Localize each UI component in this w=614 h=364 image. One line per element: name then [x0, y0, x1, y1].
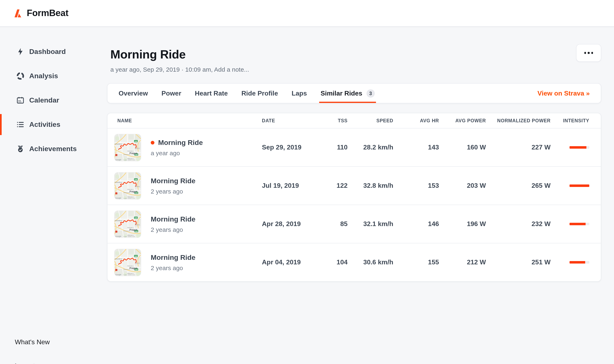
sidebar-item-analysis[interactable]: Analysis [0, 64, 107, 88]
ride-name-cell: E65 E65 uchoměřice PRAGUE PRAGUE 1 Pragu… [107, 134, 262, 161]
svg-text:E65: E65 [135, 179, 137, 180]
whats-new-link[interactable]: What's New [15, 338, 50, 346]
ride-avg-hr: 153 [393, 182, 439, 189]
sidebar-item-achievements[interactable]: Achievements [0, 137, 107, 161]
svg-text:E65: E65 [135, 255, 137, 257]
col-tss: TSS [315, 118, 348, 123]
col-avg-hr: AVG HR [393, 118, 439, 123]
col-intensity: INTENSITY [550, 118, 601, 123]
ride-date: Apr 04, 2019 [262, 259, 315, 266]
ride-name-cell: E65 E65 uchoměřice PRAGUE PRAGUE 1 Pragu… [107, 249, 262, 276]
tab-power[interactable]: Power [161, 84, 181, 103]
ride-title: Morning Ride [151, 215, 196, 223]
svg-text:E65: E65 [135, 217, 137, 219]
sidebar: Dashboard Analysis [0, 26, 107, 364]
map-attribution: GeoBasis-DE/BKG (©200 [123, 159, 135, 160]
lightning-icon [16, 47, 25, 56]
formbeat-logo-icon [13, 8, 23, 18]
map-thumbnail: E65 E65 uchoměřice PRAGUE PRAGUE 1 Pragu… [115, 172, 141, 199]
table-row[interactable]: E65 E65 uchoměřice PRAGUE PRAGUE 1 Pragu… [107, 243, 601, 281]
activity-meta: a year ago, Sep 29, 2019 · 10:09 am, Add… [110, 66, 249, 73]
map-label: PRAGUE 5 [124, 154, 130, 155]
map-thumbnail: E65 E65 uchoměřice PRAGUE PRAGUE 1 Pragu… [115, 134, 141, 161]
ride-avg-hr: 155 [393, 259, 439, 266]
ride-speed: 28.2 km/h [348, 144, 393, 151]
sidebar-item-calendar[interactable]: Calendar [0, 88, 107, 112]
ride-date: Sep 29, 2019 [262, 144, 315, 151]
tab-laps[interactable]: Laps [292, 84, 307, 103]
intensity-bar [570, 223, 589, 225]
ride-speed: 30.6 km/h [348, 259, 393, 266]
similar-rides-table: NAME DATE TSS SPEED AVG HR AVG POWER NOR… [107, 113, 601, 282]
current-ride-dot [151, 141, 155, 144]
col-name: NAME [107, 118, 262, 123]
ride-title: Morning Ride [158, 139, 203, 147]
ellipsis-icon [584, 52, 586, 54]
top-bar: FormBeat [0, 0, 614, 27]
col-date: DATE [262, 118, 315, 123]
ride-name-cell: E65 E65 uchoměřice PRAGUE PRAGUE 1 Pragu… [107, 211, 262, 237]
map-label: Prague [130, 152, 137, 154]
svg-text:E65: E65 [135, 140, 137, 142]
ride-normalized-power: 251 W [486, 259, 550, 266]
map-attribution: GeoBasis-DE/BKG (©200 [123, 236, 135, 237]
ride-avg-power: 203 W [439, 182, 486, 189]
list-icon [16, 120, 25, 129]
page-title: Morning Ride [110, 48, 186, 61]
table-row[interactable]: E65 E65 uchoměřice PRAGUE PRAGUE 1 Pragu… [107, 166, 601, 205]
sidebar-item-dashboard[interactable]: Dashboard [0, 39, 107, 64]
ride-speed: 32.1 km/h [348, 220, 393, 228]
sidebar-item-activities[interactable]: Activities [0, 112, 107, 137]
table-header-row: NAME DATE TSS SPEED AVG HR AVG POWER NOR… [107, 113, 601, 129]
ride-tss: 110 [315, 144, 348, 151]
col-speed: SPEED [348, 118, 393, 123]
donut-chart-icon [16, 71, 25, 80]
medal-icon [16, 144, 25, 153]
add-note-link[interactable]: Add a note... [214, 66, 249, 73]
map-label: PRAGUE [135, 186, 140, 187]
map-label: PRAGUE [135, 147, 140, 149]
table-row[interactable]: E65 E65 uchoměřice PRAGUE PRAGUE 1 Pragu… [107, 205, 601, 243]
ride-avg-hr: 146 [393, 220, 439, 228]
main-content: Morning Ride a year ago, Sep 29, 2019 · … [107, 26, 601, 83]
table-row[interactable]: E65 E65 uchoměřice PRAGUE PRAGUE 1 Pragu… [107, 129, 601, 166]
ride-date: Jul 19, 2019 [262, 182, 315, 189]
brand-logo[interactable]: FormBeat [13, 8, 68, 19]
ride-date: Apr 28, 2019 [262, 220, 315, 228]
map-label: PRAGUE 1 [127, 189, 134, 190]
ride-normalized-power: 227 W [486, 144, 550, 151]
ride-intensity-cell [550, 184, 601, 187]
ride-tss: 122 [315, 182, 348, 189]
more-options-button[interactable] [576, 44, 601, 62]
tab-overview[interactable]: Overview [118, 84, 148, 103]
col-avg-power: AVG POWER [439, 118, 486, 123]
map-label: PRAGUE [135, 262, 140, 263]
logout-link[interactable]: Logout [15, 362, 35, 364]
map-label: uchoměřice [115, 258, 122, 260]
calendar-icon [16, 96, 25, 105]
google-logo: Google [115, 235, 121, 237]
tab-similar-rides[interactable]: Similar Rides 3 [321, 84, 375, 103]
activity-date-meta: a year ago, Sep 29, 2019 · 10:09 am, [110, 66, 213, 73]
tab-ride-profile[interactable]: Ride Profile [241, 84, 278, 103]
map-attribution: GeoBasis-DE/BKG (©200 [123, 197, 135, 199]
ride-intensity-cell [550, 261, 601, 263]
ride-tss: 104 [315, 259, 348, 266]
view-on-strava-link[interactable]: View on Strava » [537, 84, 601, 103]
google-logo: Google [115, 197, 121, 199]
ride-intensity-cell [550, 146, 601, 149]
tab-heart-rate[interactable]: Heart Rate [195, 84, 228, 103]
map-label: PRAGUE [135, 224, 140, 225]
google-logo: Google [115, 273, 121, 275]
intensity-bar [570, 261, 589, 263]
ride-name-cell: E65 E65 uchoměřice PRAGUE PRAGUE 1 Pragu… [107, 172, 262, 199]
ride-title: Morning Ride [151, 177, 196, 185]
intensity-bar [570, 184, 589, 187]
ride-intensity-cell [550, 223, 601, 225]
ride-tss: 85 [315, 220, 348, 228]
app-window: FormBeat Dashboard Analysis [0, 0, 614, 364]
ride-avg-power: 160 W [439, 144, 486, 151]
ride-age: 2 years ago [151, 188, 196, 195]
ride-age: 2 years ago [151, 264, 196, 271]
ride-avg-power: 212 W [439, 259, 486, 266]
